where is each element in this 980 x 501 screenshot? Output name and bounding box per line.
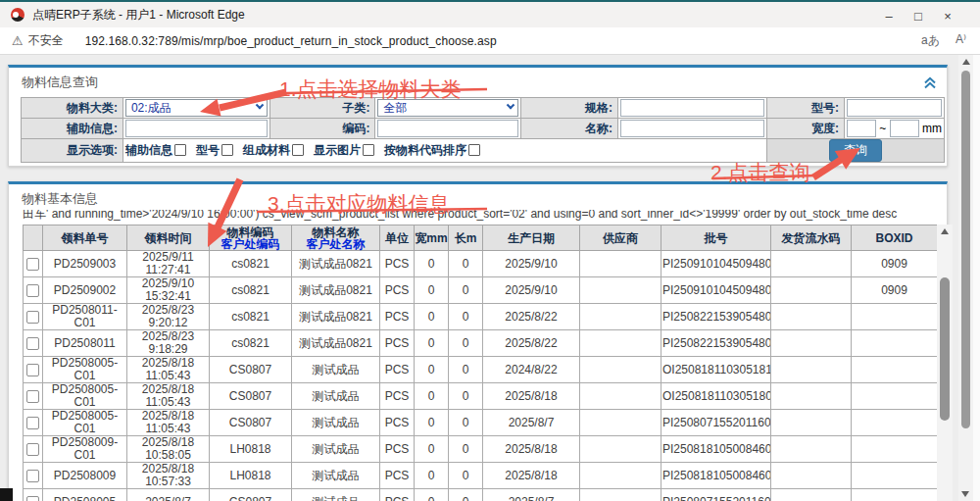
cell-time[interactable]: 2025/8/239:18:29 xyxy=(127,330,210,357)
row-checkbox[interactable] xyxy=(26,417,39,429)
row-checkbox-cell[interactable] xyxy=(24,463,43,489)
cell-supplier[interactable] xyxy=(580,357,662,383)
cell-order-no[interactable]: PD2508005-C01 xyxy=(43,357,127,383)
name-input[interactable] xyxy=(620,120,764,137)
scroll-up-icon[interactable] xyxy=(962,59,970,65)
cell-time[interactable]: 2025/9/1015:32:41 xyxy=(127,277,210,304)
cell-name[interactable]: 测试成品 xyxy=(292,436,380,463)
cell-length[interactable]: 0 xyxy=(449,463,483,489)
cell-boxid[interactable] xyxy=(852,330,938,357)
row-checkbox[interactable] xyxy=(26,311,39,324)
cell-order-no[interactable]: PD2508005-C01 xyxy=(43,383,127,410)
cell-width[interactable]: 0 xyxy=(415,357,449,383)
cell-ship-code[interactable] xyxy=(771,304,852,330)
cell-batch[interactable]: PI250910104509480 xyxy=(662,277,771,304)
cell-length[interactable]: 0 xyxy=(449,489,483,501)
row-checkbox[interactable] xyxy=(26,443,39,456)
cell-batch[interactable]: OI250818110305181 xyxy=(662,357,771,383)
cell-order-no[interactable]: PD2509003 xyxy=(43,251,127,277)
cell-ship-code[interactable] xyxy=(771,277,852,304)
cell-unit[interactable]: PCS xyxy=(380,383,415,410)
cell-width[interactable]: 0 xyxy=(415,436,449,463)
cell-time[interactable]: 2025/8/1811:05:43 xyxy=(127,383,210,410)
cell-boxid[interactable] xyxy=(852,489,938,501)
cell-time[interactable]: 2025/9/1111:27:41 xyxy=(127,251,210,277)
cell-name[interactable]: 测试成品 xyxy=(292,410,380,436)
option-picture-checkbox[interactable] xyxy=(363,144,374,156)
cell-prod-date[interactable]: 2024/8/22 xyxy=(483,357,580,383)
cell-prod-date[interactable]: 2025/8/18 xyxy=(483,463,580,489)
cell-code[interactable]: LH0818 xyxy=(210,463,292,489)
cell-code[interactable]: CS0807 xyxy=(210,410,292,436)
scroll-down-icon[interactable] xyxy=(961,491,969,497)
model-input[interactable] xyxy=(847,99,942,117)
cell-supplier[interactable] xyxy=(580,304,662,330)
cell-width[interactable]: 0 xyxy=(415,463,449,489)
cell-unit[interactable]: PCS xyxy=(380,410,415,436)
cell-supplier[interactable] xyxy=(580,410,662,436)
aux-info-input[interactable] xyxy=(125,120,268,137)
option-aux-checkbox[interactable] xyxy=(174,144,186,156)
row-checkbox[interactable] xyxy=(26,496,39,501)
cell-name[interactable]: 测试成品0821 xyxy=(292,304,380,330)
cell-time[interactable]: 2025/8/1811:05:43 xyxy=(127,357,210,383)
row-checkbox[interactable] xyxy=(26,337,39,350)
table-row[interactable]: PD2509002 2025/9/1015:32:41 cs0821 测试成品0… xyxy=(24,277,938,304)
cell-boxid[interactable]: 0909 xyxy=(852,277,938,304)
cell-prod-date[interactable]: 2025/8/22 xyxy=(483,304,580,330)
cell-unit[interactable]: PCS xyxy=(380,251,415,277)
cell-batch[interactable]: PI250807155201160 xyxy=(662,410,771,436)
cell-batch[interactable]: PI250818105008460 xyxy=(662,436,771,463)
table-scrollbar-thumb[interactable] xyxy=(940,277,950,421)
cell-name[interactable]: 测试成品 xyxy=(292,489,380,501)
cell-supplier[interactable] xyxy=(580,383,662,410)
cell-name[interactable]: 测试成品 xyxy=(292,383,380,410)
cell-width[interactable]: 0 xyxy=(415,277,449,304)
url-text[interactable]: 192.168.0.32:789/mis/mrp/boe_product_ret… xyxy=(85,34,497,48)
cell-batch[interactable]: PI250822153905480 xyxy=(662,330,771,357)
row-checkbox-cell[interactable] xyxy=(24,357,43,383)
row-checkbox-cell[interactable] xyxy=(24,383,43,410)
browser-scrollbar[interactable] xyxy=(958,55,973,501)
cell-supplier[interactable] xyxy=(580,277,662,304)
row-checkbox[interactable] xyxy=(26,258,39,271)
cell-boxid[interactable]: 0909 xyxy=(852,251,938,277)
cell-code[interactable]: LH0818 xyxy=(210,436,292,463)
cell-unit[interactable]: PCS xyxy=(380,357,415,383)
cell-batch[interactable]: OI250818110305180 xyxy=(662,383,771,410)
cell-order-no[interactable]: PD2508011-C01 xyxy=(43,304,127,330)
browser-scrollbar-thumb[interactable] xyxy=(961,71,970,428)
cell-time[interactable]: 2025/8/1810:58:05 xyxy=(127,436,210,463)
cell-length[interactable]: 0 xyxy=(449,383,483,410)
cell-prod-date[interactable]: 2025/9/10 xyxy=(483,251,580,277)
cell-length[interactable]: 0 xyxy=(449,251,483,277)
cell-time[interactable]: 2025/8/7 xyxy=(127,489,210,501)
cell-ship-code[interactable] xyxy=(771,383,852,410)
row-checkbox[interactable] xyxy=(26,470,39,482)
code-input[interactable] xyxy=(377,120,517,137)
cell-ship-code[interactable] xyxy=(771,463,852,489)
row-checkbox-cell[interactable] xyxy=(24,277,43,304)
cell-code[interactable]: cs0821 xyxy=(210,330,292,357)
cell-order-no[interactable]: PD2508005 xyxy=(43,489,127,501)
cell-prod-date[interactable]: 2025/8/18 xyxy=(483,383,580,410)
table-row[interactable]: PD2508005-C01 2025/8/1811:05:43 CS0807 测… xyxy=(24,383,938,410)
material-category-select[interactable]: 02:成品 xyxy=(125,99,268,117)
cell-supplier[interactable] xyxy=(580,463,662,489)
spec-input[interactable] xyxy=(620,99,764,117)
row-checkbox-cell[interactable] xyxy=(24,436,43,463)
row-checkbox[interactable] xyxy=(26,284,39,297)
cell-code[interactable]: CS0807 xyxy=(210,357,292,383)
cell-batch[interactable]: PI250822153905480 xyxy=(662,304,771,330)
collapse-panel-icon[interactable] xyxy=(923,75,937,93)
cell-batch[interactable]: PI250910104509480 xyxy=(662,251,771,277)
cell-unit[interactable]: PCS xyxy=(380,277,415,304)
cell-width[interactable]: 0 xyxy=(415,330,449,357)
row-checkbox[interactable] xyxy=(26,364,39,376)
row-checkbox-cell[interactable] xyxy=(24,304,43,330)
cell-ship-code[interactable] xyxy=(771,410,852,436)
cell-boxid[interactable] xyxy=(852,357,938,383)
cell-code[interactable]: CS0807 xyxy=(210,383,292,410)
close-button[interactable]: × xyxy=(933,4,962,28)
cell-length[interactable]: 0 xyxy=(449,330,483,357)
